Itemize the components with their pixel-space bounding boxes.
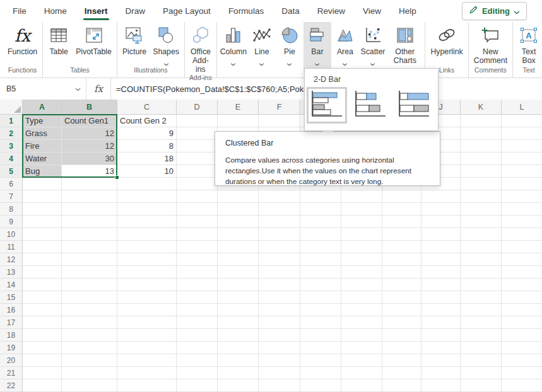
row-header-16[interactable]: 16 (0, 304, 23, 316)
cell-I7[interactable] (382, 190, 421, 203)
cell-L22[interactable] (502, 379, 542, 392)
cell-K4[interactable] (461, 153, 502, 165)
cell-I15[interactable] (382, 291, 421, 304)
menu-tab-page-layout[interactable]: Page Layout (154, 0, 220, 22)
cell-E10[interactable] (218, 228, 259, 241)
cell-L3[interactable] (502, 140, 542, 153)
cell-H9[interactable] (341, 216, 382, 228)
cell-L21[interactable] (502, 367, 542, 379)
cell-F18[interactable] (259, 329, 300, 342)
cell-F10[interactable] (259, 228, 300, 241)
ribbon-button-text-box[interactable]: AText Box (515, 22, 542, 66)
cell-A17[interactable] (23, 316, 62, 329)
cell-G20[interactable] (300, 354, 341, 367)
cell-B21[interactable] (62, 367, 117, 379)
cell-A18[interactable] (23, 329, 62, 342)
cell-C11[interactable] (117, 241, 177, 253)
row-header-18[interactable]: 18 (0, 329, 23, 342)
cell-C13[interactable] (117, 266, 177, 279)
cell-A7[interactable] (23, 190, 62, 203)
cell-B4[interactable]: 30 (62, 153, 117, 165)
cell-G18[interactable] (300, 329, 341, 342)
row-header-20[interactable]: 20 (0, 354, 23, 367)
cell-J18[interactable] (421, 329, 461, 342)
cell-D16[interactable] (177, 304, 218, 316)
cell-H17[interactable] (341, 316, 382, 329)
cell-K15[interactable] (461, 291, 502, 304)
cell-C8[interactable] (117, 203, 177, 216)
row-header-10[interactable]: 10 (0, 228, 23, 241)
cell-A4[interactable]: Water (23, 153, 62, 165)
cell-E21[interactable] (218, 367, 259, 379)
cell-B15[interactable] (62, 291, 117, 304)
cell-H12[interactable] (341, 253, 382, 266)
cell-H19[interactable] (341, 342, 382, 354)
row-header-1[interactable]: 1 (0, 115, 23, 127)
column-header-E[interactable]: E (218, 100, 259, 115)
row-header-19[interactable]: 19 (0, 342, 23, 354)
cell-F15[interactable] (259, 291, 300, 304)
cell-D5[interactable] (177, 165, 218, 178)
cell-D8[interactable] (177, 203, 218, 216)
cell-I12[interactable] (382, 253, 421, 266)
cell-E11[interactable] (218, 241, 259, 253)
row-header-2[interactable]: 2 (0, 127, 23, 140)
cell-B1[interactable]: Count Gen1 (62, 115, 117, 127)
cell-E8[interactable] (218, 203, 259, 216)
cell-J16[interactable] (421, 304, 461, 316)
cell-C19[interactable] (117, 342, 177, 354)
cell-C5[interactable]: 10 (117, 165, 177, 178)
cell-A21[interactable] (23, 367, 62, 379)
row-header-15[interactable]: 15 (0, 291, 23, 304)
cell-C10[interactable] (117, 228, 177, 241)
ribbon-button-office-add-ins[interactable]: Office Add-ins (187, 22, 215, 74)
cell-B8[interactable] (62, 203, 117, 216)
cell-D7[interactable] (177, 190, 218, 203)
cell-A19[interactable] (23, 342, 62, 354)
cell-A12[interactable] (23, 253, 62, 266)
cell-B2[interactable]: 12 (62, 127, 117, 140)
cell-K1[interactable] (461, 115, 502, 127)
cell-K8[interactable] (461, 203, 502, 216)
cell-G10[interactable] (300, 228, 341, 241)
cell-C4[interactable]: 18 (117, 153, 177, 165)
cell-K6[interactable] (461, 178, 502, 190)
cell-L5[interactable] (502, 165, 542, 178)
menu-tab-review[interactable]: Review (309, 0, 354, 22)
cell-D20[interactable] (177, 354, 218, 367)
cell-C2[interactable]: 9 (117, 127, 177, 140)
cell-A3[interactable]: Fire (23, 140, 62, 153)
cell-A6[interactable] (23, 178, 62, 190)
row-header-3[interactable]: 3 (0, 140, 23, 153)
cell-F21[interactable] (259, 367, 300, 379)
row-header-7[interactable]: 7 (0, 190, 23, 203)
cell-H18[interactable] (341, 329, 382, 342)
cell-J13[interactable] (421, 266, 461, 279)
cell-L8[interactable] (502, 203, 542, 216)
ribbon-button-bar[interactable]: Bar (303, 22, 331, 74)
cell-I10[interactable] (382, 228, 421, 241)
ribbon-button-shapes[interactable]: Shapes (150, 22, 182, 66)
cell-A20[interactable] (23, 354, 62, 367)
cell-G16[interactable] (300, 304, 341, 316)
cell-G8[interactable] (300, 203, 341, 216)
cell-C17[interactable] (117, 316, 177, 329)
cell-L20[interactable] (502, 354, 542, 367)
cell-C7[interactable] (117, 190, 177, 203)
row-header-17[interactable]: 17 (0, 316, 23, 329)
cell-F7[interactable] (259, 190, 300, 203)
cell-K12[interactable] (461, 253, 502, 266)
cell-E18[interactable] (218, 329, 259, 342)
cell-G13[interactable] (300, 266, 341, 279)
cell-K5[interactable] (461, 165, 502, 178)
cell-B5[interactable]: 13 (62, 165, 117, 178)
cell-B7[interactable] (62, 190, 117, 203)
cell-L13[interactable] (502, 266, 542, 279)
ribbon-button-picture[interactable]: Picture (119, 22, 150, 66)
cell-K19[interactable] (461, 342, 502, 354)
cell-F13[interactable] (259, 266, 300, 279)
ribbon-button-table[interactable]: Table (45, 22, 73, 66)
cell-G19[interactable] (300, 342, 341, 354)
cell-L19[interactable] (502, 342, 542, 354)
cell-H10[interactable] (341, 228, 382, 241)
